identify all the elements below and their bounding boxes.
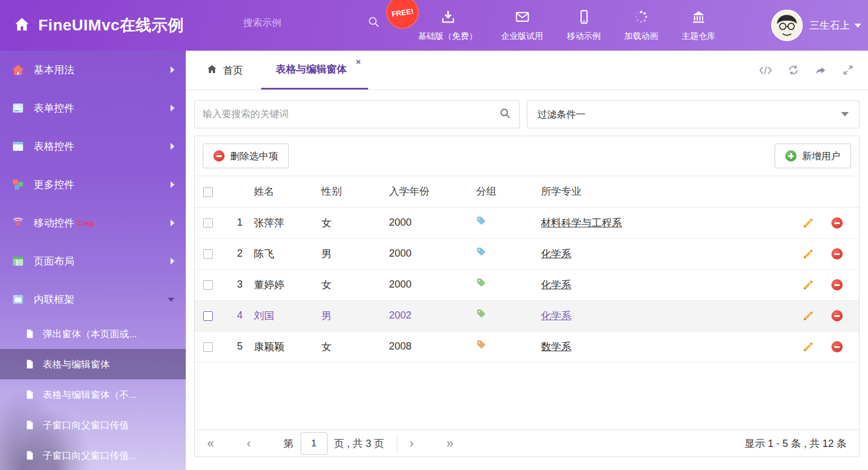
first-page-button[interactable]: «	[207, 437, 214, 450]
expand-icon[interactable]	[842, 64, 854, 76]
row-checkbox[interactable]	[203, 280, 213, 290]
user-menu[interactable]: 三生石上	[771, 0, 861, 51]
sidebar-item-basic[interactable]: 基本用法	[0, 51, 186, 89]
table-row[interactable]: 2 陈飞 男 2000 化学系	[195, 238, 859, 269]
avatar	[771, 10, 803, 41]
nav-item-mobile[interactable]: 移动示例	[555, 0, 612, 51]
tag-icon	[476, 278, 486, 288]
next-page-button[interactable]: ›	[410, 437, 414, 450]
table-row[interactable]: 1 张萍萍 女 2000 材料科学与工程系	[195, 207, 859, 238]
search-icon[interactable]	[368, 16, 380, 30]
table-row[interactable]: 5 康颖颖 女 2008 数学系	[195, 331, 859, 362]
sidebar-item-mobile[interactable]: 移动控件 Corp.	[0, 204, 186, 242]
sidebar-subitem-popup[interactable]: 弹出窗体（本页面或...	[0, 319, 186, 349]
sidebar-subitem-child-to-parent[interactable]: 子窗口向父窗口传值	[0, 410, 186, 440]
brand[interactable]: FineUIMvc在线示例	[14, 15, 184, 36]
code-icon[interactable]	[759, 65, 772, 76]
spinner-icon	[633, 9, 649, 26]
refresh-icon[interactable]	[788, 64, 799, 76]
delete-row-icon[interactable]	[831, 217, 843, 229]
sidebar-subitem-grid-edit-window-2[interactable]: 表格与编辑窗体（不...	[0, 379, 186, 410]
column-header-group[interactable]: 分组	[471, 176, 535, 207]
tag-icon	[476, 340, 486, 350]
table-icon	[11, 140, 25, 153]
tab-actions	[759, 51, 868, 89]
mail-icon	[514, 9, 531, 26]
select-all-checkbox[interactable]	[203, 187, 213, 197]
sidebar-item-label: 内联框架	[34, 293, 74, 306]
column-header-name[interactable]: 姓名	[248, 176, 316, 207]
edit-pencil-icon[interactable]	[803, 310, 814, 321]
add-user-button[interactable]: 新增用户	[775, 144, 851, 168]
home-icon	[14, 16, 30, 35]
delete-selected-button[interactable]: 删除选中项	[203, 144, 289, 168]
delete-row-icon[interactable]	[831, 279, 843, 290]
tab-grid-edit-window[interactable]: 表格与编辑窗体 ×	[261, 51, 368, 89]
caret-down-icon	[841, 112, 849, 117]
edit-pencil-icon[interactable]	[803, 217, 814, 229]
row-checkbox[interactable]	[203, 249, 213, 259]
keyword-search-input[interactable]	[203, 109, 499, 120]
pager-divider	[397, 436, 397, 451]
chevron-right-icon	[171, 105, 175, 111]
edit-pencil-icon[interactable]	[803, 248, 814, 259]
forward-icon[interactable]	[815, 65, 827, 76]
major-link[interactable]: 数学系	[541, 341, 571, 352]
column-header-major[interactable]: 所学专业	[535, 176, 797, 207]
page-input[interactable]	[301, 432, 328, 455]
sidebar-item-grid[interactable]: 表格控件	[0, 127, 186, 165]
delete-row-icon[interactable]	[831, 310, 843, 321]
major-link[interactable]: 化学系	[541, 248, 571, 259]
home-icon	[207, 64, 217, 77]
cell-year: 2008	[383, 331, 471, 362]
pagination-bar: « ‹ 第 页 , 共 3 页 › » 显示 1 - 5 条 , 共 12 条	[195, 429, 859, 456]
edit-pencil-icon[interactable]	[803, 341, 814, 352]
nav-item-basic[interactable]: 基础版（免费）	[406, 0, 489, 51]
column-header-year[interactable]: 入学年份	[383, 176, 471, 207]
sidebar-item-layout[interactable]: 页面布局	[0, 242, 186, 280]
sidebar-subitem-grid-edit-window[interactable]: 表格与编辑窗体	[0, 349, 186, 379]
close-icon[interactable]: ×	[356, 57, 361, 66]
row-checkbox[interactable]	[203, 342, 213, 352]
mobile-icon	[576, 9, 592, 26]
delete-row-icon[interactable]	[831, 341, 843, 352]
sidebar-item-iframe[interactable]: 内联框架	[0, 280, 186, 319]
sidebar-item-more[interactable]: 更多控件	[0, 165, 186, 204]
chevron-right-icon	[171, 143, 175, 150]
frame-icon	[11, 293, 25, 306]
minus-circle-icon	[213, 150, 225, 162]
nav-item-themes[interactable]: 主题仓库	[670, 0, 727, 51]
top-header: FineUIMvc在线示例 FREE! 基础版（免费） 企业版试用	[0, 0, 868, 51]
cell-year: 2000	[383, 269, 471, 300]
major-link[interactable]: 材料科学与工程系	[541, 217, 622, 229]
last-page-button[interactable]: »	[446, 437, 453, 450]
table-row-selected[interactable]: 4 刘国 男 2002 化学系	[195, 300, 859, 331]
cell-name: 张萍萍	[248, 207, 316, 238]
tab-label: 表格与编辑窗体	[276, 62, 347, 76]
major-link[interactable]: 化学系	[541, 279, 571, 290]
main-content: 首页 表格与编辑窗体 ×	[186, 51, 868, 470]
row-checkbox[interactable]	[203, 218, 213, 228]
cell-gender: 女	[316, 207, 383, 238]
keyword-search-box	[194, 100, 520, 128]
nav-item-enterprise[interactable]: 企业版试用	[489, 0, 555, 51]
sidebar-subitem-child-to-parent-2[interactable]: 子窗口向父窗口传值...	[0, 440, 186, 470]
table-row[interactable]: 3 董婷婷 女 2000 化学系	[195, 269, 859, 300]
header-search-input[interactable]	[243, 17, 368, 29]
prev-page-button[interactable]: ‹	[247, 437, 250, 450]
sidebar: 基本用法 表单控件 表格控件 更多控件	[0, 51, 186, 470]
tab-home[interactable]: 首页	[194, 51, 256, 89]
filter-select[interactable]: 过滤条件一	[527, 100, 860, 128]
nav-item-loading[interactable]: 加载动画	[612, 0, 670, 51]
sidebar-item-form[interactable]: 表单控件	[0, 89, 186, 127]
column-header-gender[interactable]: 性别	[316, 176, 383, 207]
delete-row-icon[interactable]	[831, 248, 843, 259]
header-nav: 基础版（免费） 企业版试用 移动示例 加载动画	[406, 0, 727, 51]
search-icon[interactable]	[499, 108, 511, 122]
nav-label: 企业版试用	[501, 31, 543, 42]
form-icon	[11, 101, 25, 115]
tag-icon	[476, 247, 486, 257]
row-checkbox[interactable]	[203, 311, 213, 321]
edit-pencil-icon[interactable]	[803, 279, 814, 290]
major-link[interactable]: 化学系	[541, 310, 571, 321]
